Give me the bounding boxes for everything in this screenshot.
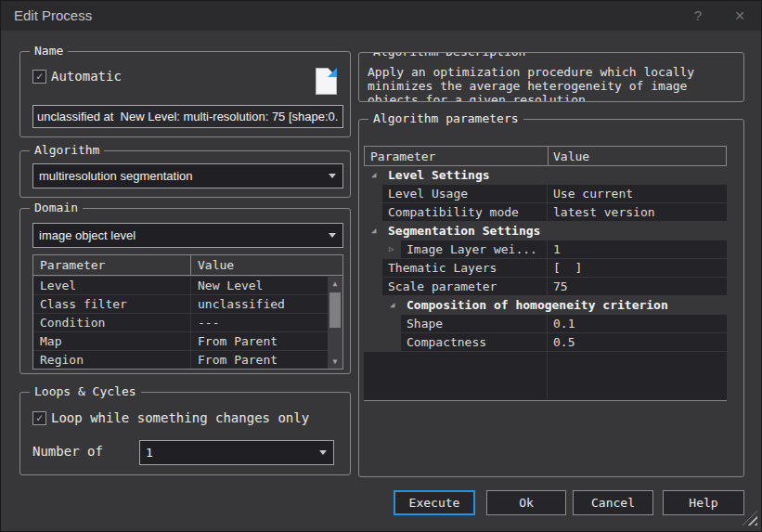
- empty-value-cell: [548, 352, 727, 400]
- empty-table-area: [364, 352, 727, 400]
- param-name-cell: Shape: [401, 315, 547, 332]
- param-value-cell: Use current: [548, 185, 727, 202]
- domain-select[interactable]: image object level: [32, 223, 343, 248]
- cancel-button[interactable]: Cancel: [573, 490, 653, 515]
- tree-item-row[interactable]: Compatibility mode latest version: [364, 203, 727, 221]
- algorithm-selected-value: multiresolution segmentation: [39, 164, 192, 188]
- loop-while-checkbox-label: Loop while something changes only: [51, 410, 309, 425]
- algorithm-parameters-group: Algorithm parameters Parameter Value ◢ L…: [358, 119, 744, 477]
- vertical-scrollbar[interactable]: ▲ ▼: [328, 277, 342, 369]
- scroll-down-icon[interactable]: ▼: [328, 356, 342, 368]
- algorithm-group-label: Algorithm: [30, 143, 104, 157]
- domain-param-cell: Condition: [33, 314, 190, 331]
- tree-group-row[interactable]: ◢ Segmentation Settings: [364, 222, 727, 240]
- domain-group-label: Domain: [30, 201, 83, 214]
- param-value-cell: latest version: [548, 203, 727, 221]
- param-value-cell: 75: [548, 278, 727, 295]
- domain-table-header: Parameter Value: [33, 255, 342, 276]
- param-value-cell: 1: [548, 240, 727, 258]
- description-line: minimizes the average heterogeneity of i…: [368, 79, 738, 93]
- process-name-input[interactable]: [32, 105, 343, 128]
- tree-expanded-icon[interactable]: ◢: [390, 296, 394, 314]
- chevron-down-icon: [329, 174, 336, 178]
- param-name-cell: Scale parameter: [382, 278, 547, 295]
- number-of-select[interactable]: 1: [139, 440, 334, 465]
- scroll-up-icon[interactable]: ▲: [328, 278, 342, 290]
- domain-param-cell: Level: [33, 277, 190, 294]
- domain-selected-value: image object level: [39, 224, 136, 247]
- loops-group-label: Loops & Cycles: [30, 384, 141, 398]
- table-row[interactable]: Class filter unclassified: [33, 295, 328, 313]
- param-name-cell: Level Usage: [382, 185, 547, 202]
- params-col-parameter: Parameter: [370, 147, 435, 166]
- domain-value-cell: From Parent: [191, 332, 328, 350]
- help-button[interactable]: Help: [663, 490, 744, 515]
- domain-col-value: Value: [198, 255, 234, 275]
- execute-button[interactable]: Execute: [394, 490, 475, 515]
- algorithm-group: Algorithm multiresolution segmentation: [19, 150, 351, 198]
- table-row[interactable]: Level New Level: [33, 277, 328, 294]
- domain-param-cell: Region: [33, 351, 190, 369]
- domain-group: Domain image object level Parameter Valu…: [19, 208, 351, 374]
- chevron-down-icon: [319, 450, 327, 455]
- description-line: objects for a given resolution.: [368, 93, 738, 102]
- automatic-checkbox-label: Automatic: [51, 69, 122, 84]
- column-divider: [190, 255, 191, 275]
- chevron-down-icon: [329, 233, 336, 238]
- tree-collapsed-icon[interactable]: ▷: [389, 240, 394, 258]
- number-of-label: Number of: [32, 444, 103, 459]
- tree-group-row[interactable]: ◢ Composition of homogeneity criterion: [364, 296, 727, 314]
- description-line: Apply an optimization procedure which lo…: [368, 65, 738, 79]
- tree-expanded-icon[interactable]: ◢: [371, 222, 376, 240]
- domain-value-cell: New Level: [191, 277, 328, 294]
- domain-param-cell: Class filter: [33, 295, 190, 313]
- new-document-icon[interactable]: [316, 68, 337, 95]
- param-name-cell: Compatibility mode: [382, 203, 547, 221]
- parameters-group-label: Algorithm parameters: [368, 111, 523, 125]
- resize-grip[interactable]: [743, 511, 757, 526]
- parameters-tree-table: Parameter Value ◢ Level Settings Level U…: [364, 146, 727, 401]
- tree-item-row[interactable]: ▷ Image Layer wei... 1: [364, 240, 727, 258]
- param-name-cell: Compactness: [401, 333, 547, 351]
- parameters-table-body: ◢ Level Settings Level Usage Use current…: [364, 166, 727, 401]
- tree-item-row[interactable]: Shape 0.1: [364, 315, 727, 332]
- domain-value-cell: From Parent: [191, 351, 328, 369]
- loop-while-checkbox[interactable]: ✓: [32, 411, 46, 425]
- params-col-value: Value: [553, 147, 589, 166]
- algorithm-description-text: Apply an optimization procedure which lo…: [368, 65, 738, 102]
- algorithm-select[interactable]: multiresolution segmentation: [32, 163, 343, 188]
- scrollbar-thumb[interactable]: [329, 292, 341, 328]
- name-group-label: Name: [30, 44, 68, 58]
- algorithm-description-group: Algorithm Description Apply an optimizat…: [358, 52, 744, 102]
- table-row[interactable]: Condition ---: [33, 314, 328, 331]
- param-name-cell: Thematic Layers: [382, 259, 547, 277]
- help-icon[interactable]: ?: [686, 1, 710, 31]
- tree-group-label: Segmentation Settings: [388, 222, 540, 240]
- param-value-cell: 0.1: [548, 315, 727, 332]
- param-value-cell: [ ]: [548, 259, 727, 277]
- param-name-cell: Image Layer wei...: [401, 240, 547, 258]
- check-icon: ✓: [36, 70, 43, 83]
- name-group: Name ✓ Automatic: [19, 51, 351, 137]
- tree-group-label: Level Settings: [388, 166, 490, 184]
- tree-expanded-icon[interactable]: ◢: [371, 166, 376, 184]
- domain-param-cell: Map: [33, 332, 190, 350]
- titlebar[interactable]: Edit Process ? ✕: [1, 1, 761, 31]
- automatic-checkbox[interactable]: ✓: [32, 70, 46, 84]
- close-icon[interactable]: ✕: [727, 1, 753, 31]
- tree-item-row[interactable]: Level Usage Use current: [364, 185, 727, 202]
- dialog-title: Edit Process: [14, 1, 92, 30]
- table-row[interactable]: Region From Parent: [33, 351, 328, 369]
- tree-item-row[interactable]: Compactness 0.5: [364, 333, 727, 351]
- empty-param-cell: [364, 352, 547, 400]
- ok-button[interactable]: Ok: [486, 490, 566, 515]
- table-row[interactable]: Map From Parent: [33, 332, 328, 350]
- number-of-value: 1: [146, 441, 153, 464]
- document-fold-shape: [328, 68, 337, 77]
- domain-col-parameter: Parameter: [40, 255, 105, 275]
- tree-item-row[interactable]: Scale parameter 75: [364, 278, 727, 295]
- tree-item-row[interactable]: Thematic Layers [ ]: [364, 259, 727, 277]
- description-group-label: Algorithm Description: [368, 52, 530, 58]
- param-value-cell: 0.5: [548, 333, 727, 351]
- tree-group-row[interactable]: ◢ Level Settings: [364, 166, 727, 184]
